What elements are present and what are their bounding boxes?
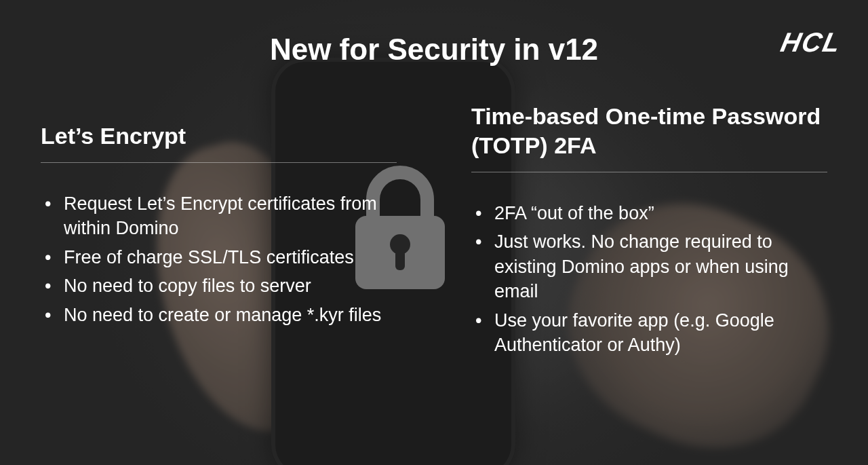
list-item: Free of charge SSL/TLS certificates bbox=[41, 245, 397, 269]
list-item: No need to copy files to server bbox=[41, 274, 397, 298]
right-bullet-list: 2FA “out of the box” Just works. No chan… bbox=[471, 201, 827, 358]
left-heading: Let’s Encrypt bbox=[41, 102, 397, 163]
list-item: No need to create or manage *.kyr files bbox=[41, 303, 397, 327]
content-columns: Let’s Encrypt Request Let’s Encrypt cert… bbox=[41, 102, 827, 362]
right-heading: Time-based One-time Password (TOTP) 2FA bbox=[471, 102, 827, 172]
left-bullet-list: Request Let’s Encrypt certificates from … bbox=[41, 191, 397, 327]
right-column: Time-based One-time Password (TOTP) 2FA … bbox=[471, 102, 827, 362]
list-item: Just works. No change required to existi… bbox=[471, 229, 827, 303]
list-item: Use your favorite app (e.g. Google Authe… bbox=[471, 308, 827, 358]
list-item: Request Let’s Encrypt certificates from … bbox=[41, 191, 397, 241]
list-item: 2FA “out of the box” bbox=[471, 201, 827, 225]
slide-title: New for Security in v12 bbox=[0, 33, 868, 67]
left-column: Let’s Encrypt Request Let’s Encrypt cert… bbox=[41, 102, 397, 362]
